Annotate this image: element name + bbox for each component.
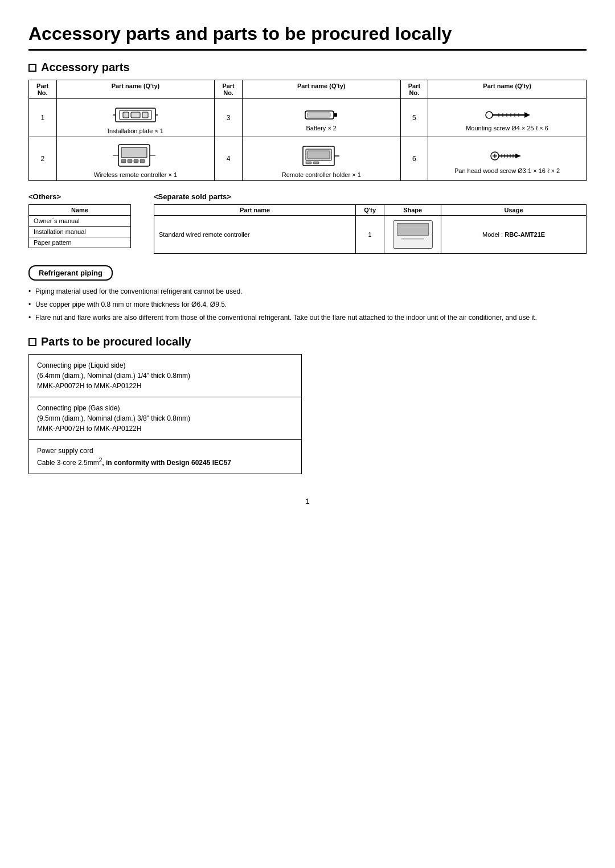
svg-marker-18: [524, 112, 530, 118]
wired-rc-line-1: [401, 238, 424, 238]
list-item: Use copper pipe with 0.8 mm or more thic…: [28, 299, 587, 310]
part-content-4: Remote controller holder × 1: [242, 137, 400, 181]
procured-locally-heading: Parts to be procured locally: [28, 335, 587, 348]
part-content-5: Mounting screw Ø4 × 25 ℓ × 6: [428, 99, 587, 137]
sep-part-name-1: Standard wired remote controller: [154, 216, 356, 254]
part-content-6: Pan head wood screw Ø3.1 × 16 ℓ × 2: [428, 137, 587, 181]
part-no-3: 3: [215, 99, 243, 137]
others-section: <Others> Name Owner´s manual Installatio…: [28, 192, 131, 254]
part-content-3: Battery × 2: [242, 99, 400, 137]
sep-shape-1: [384, 216, 441, 254]
sep-col-qty: Q'ty: [356, 205, 384, 216]
part-label-5: Mounting screw Ø4 × 25 ℓ × 6: [433, 125, 581, 131]
table-row: 1 Installation plate × 1 3: [29, 99, 587, 137]
svg-rect-8: [334, 113, 337, 117]
refrigerant-piping-title: Refrigerant piping: [28, 265, 113, 281]
others-heading: <Others>: [28, 192, 131, 201]
part-no-6: 6: [400, 137, 428, 181]
wired-rc-screen: [397, 223, 429, 236]
others-item-1: Owner´s manual: [29, 216, 131, 227]
svg-rect-30: [306, 162, 311, 164]
sep-usage-model: RBC-AMT21E: [505, 231, 545, 238]
part-label-6: Pan head wood screw Ø3.1 × 16 ℓ × 2: [433, 167, 581, 174]
col-header-partname-3: Part name (Q'ty): [428, 80, 587, 99]
others-item-3: Paper pattern: [29, 237, 131, 248]
svg-rect-4: [142, 112, 148, 118]
others-col-header: Name: [29, 205, 131, 216]
procured-item-1-line1: Connecting pipe (Liquid side): [37, 360, 293, 371]
accessory-parts-heading: Accessory parts: [28, 61, 587, 74]
part-label-3: Battery × 2: [247, 125, 396, 131]
page-number: 1: [28, 497, 587, 505]
part-label-1: Installation plate × 1: [62, 127, 210, 134]
accessory-parts-table: PartNo. Part name (Q'ty) PartNo. Part na…: [28, 80, 587, 181]
sep-usage-1: Model : RBC-AMT21E: [441, 216, 587, 254]
wireless-remote-icon: [113, 142, 158, 170]
table-row: Standard wired remote controller 1 Model…: [154, 216, 587, 254]
part-content-2: Wireless remote controller × 1: [56, 137, 215, 181]
wood-screw-icon: [490, 146, 524, 166]
others-separate-section: <Others> Name Owner´s manual Installatio…: [28, 192, 587, 254]
others-table: Name Owner´s manual Installation manual …: [28, 204, 131, 248]
svg-rect-9: [308, 113, 330, 117]
svg-rect-20: [121, 147, 147, 158]
col-header-partno-1: PartNo.: [29, 80, 57, 99]
svg-marker-42: [515, 154, 521, 158]
refrigerant-bullets: Piping material used for the conventiona…: [28, 286, 587, 323]
sep-qty-1: 1: [356, 216, 384, 254]
procured-item-3-line2: Cable 3-core 2.5mm2, in conformity with …: [37, 456, 293, 468]
part-content-1: Installation plate × 1: [56, 99, 215, 137]
procured-item-2-line1: Connecting pipe (Gas side): [37, 403, 293, 413]
part-no-1: 1: [29, 99, 57, 137]
wired-rc-line-2: [401, 240, 424, 240]
col-header-partname-1: Part name (Q'ty): [56, 80, 215, 99]
part-label-2: Wireless remote controller × 1: [62, 171, 210, 178]
col-header-partno-2: PartNo.: [215, 80, 243, 99]
battery-icon: [304, 106, 338, 124]
page-title: Accessory parts and parts to be procured…: [28, 23, 587, 51]
svg-rect-23: [134, 159, 138, 163]
wired-rc-icon: [393, 220, 433, 249]
rc-holder-icon: [298, 142, 344, 170]
list-item: Installation manual: [29, 227, 131, 237]
svg-rect-24: [140, 159, 145, 163]
list-item: Power supply cord Cable 3-core 2.5mm2, i…: [29, 440, 301, 474]
table-row: 2 Wireless remote controller × 1 4: [29, 137, 587, 181]
procured-item-2-line2: (9.5mm (diam.), Nominal (diam.) 3/8" thi…: [37, 413, 293, 423]
procured-item-3-line1: Power supply cord: [37, 446, 293, 456]
svg-point-10: [486, 112, 493, 118]
svg-rect-31: [313, 162, 319, 164]
part-no-5: 5: [400, 99, 428, 137]
installation-plate-icon: [113, 104, 158, 126]
svg-rect-21: [121, 159, 126, 163]
part-no-4: 4: [215, 137, 243, 181]
mounting-screw-icon: [485, 106, 530, 124]
section-bullet-2: [28, 338, 36, 346]
section-bullet: [28, 64, 36, 72]
list-item: Owner´s manual: [29, 216, 131, 227]
part-label-4: Remote controller holder × 1: [247, 171, 396, 178]
part-no-2: 2: [29, 137, 57, 181]
svg-rect-22: [128, 159, 132, 163]
sep-col-partname: Part name: [154, 205, 356, 216]
svg-rect-29: [308, 151, 330, 159]
list-item: Connecting pipe (Liquid side) (6.4mm (di…: [29, 355, 301, 397]
procured-item-2-line3: MMK-AP0072H to MMK-AP0122H: [37, 423, 293, 434]
list-item: Connecting pipe (Gas side) (9.5mm (diam.…: [29, 397, 301, 440]
procured-item-1-line3: MMK-AP0072H to MMK-AP0122H: [37, 381, 293, 391]
others-item-2: Installation manual: [29, 227, 131, 237]
refrigerant-section: Refrigerant piping Piping material used …: [28, 265, 587, 323]
separate-sold-table: Part name Q'ty Shape Usage Standard wire…: [154, 204, 587, 254]
sep-col-shape: Shape: [384, 205, 441, 216]
col-header-partname-2: Part name (Q'ty): [242, 80, 400, 99]
separate-sold-section: <Separate sold parts> Part name Q'ty Sha…: [154, 192, 587, 254]
list-item: Piping material used for the conventiona…: [28, 286, 587, 297]
col-header-partno-3: PartNo.: [400, 80, 428, 99]
sep-col-usage: Usage: [441, 205, 587, 216]
list-item: Paper pattern: [29, 237, 131, 248]
procured-locally-box: Connecting pipe (Liquid side) (6.4mm (di…: [28, 354, 302, 474]
svg-rect-2: [123, 112, 129, 118]
list-item: Flare nut and flare works are also diffe…: [28, 312, 587, 323]
procured-item-1-line2: (6.4mm (diam.), Nominal (diam.) 1/4" thi…: [37, 371, 293, 381]
svg-rect-3: [131, 112, 140, 118]
